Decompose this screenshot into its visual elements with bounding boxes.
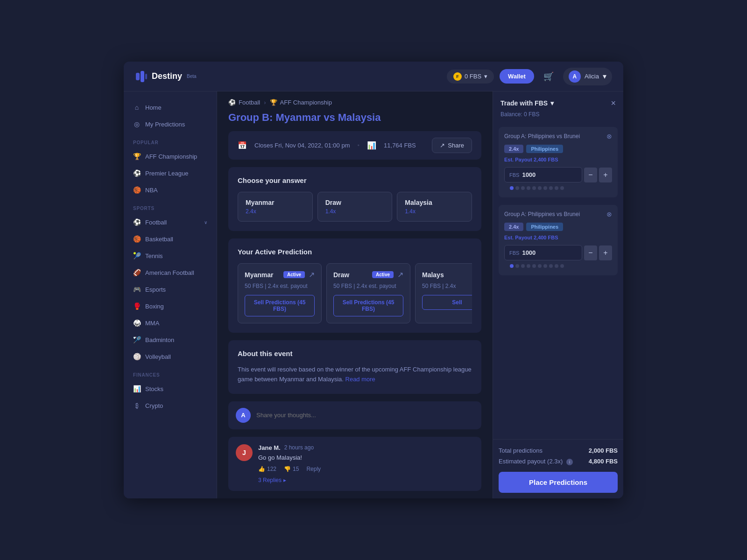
sidebar-item-badminton[interactable]: 🏸 Badminton (124, 331, 217, 348)
header: DestinyBeta F 0 FBS ▾ Wallet 🛒 A Alicia … (124, 62, 623, 91)
about-block: About this event This event will resolve… (228, 340, 481, 394)
answer-option-myanmar[interactable]: Myanmar 2.4x (238, 192, 313, 222)
fbs-balance-badge[interactable]: F 0 FBS ▾ (447, 70, 494, 84)
panel-pred-item-2-minus[interactable]: − (584, 245, 597, 260)
sidebar-item-stocks[interactable]: 📊 Stocks (124, 380, 217, 397)
basketball-icon: 🏀 (133, 235, 141, 243)
sidebar-item-volleyball[interactable]: 🏐 Volleyball (124, 348, 217, 365)
sidebar-aff-label: AFF Championship (145, 153, 197, 160)
share-pred-icon-myanmar[interactable]: ↗ (309, 270, 315, 279)
balance-value: 0 FBS (524, 111, 539, 118)
pred-draw-info: 50 FBS | 2.4x est. payout (333, 283, 403, 289)
answer-option-malaysia[interactable]: Malaysia 1.4x (397, 192, 472, 222)
american-football-icon: 🏈 (133, 269, 141, 276)
app-name: Destiny (152, 71, 182, 81)
malaysia-name: Malaysia (405, 199, 464, 206)
place-predictions-button[interactable]: Place Predictions (499, 472, 618, 493)
panel-chevron-icon: ▾ (550, 99, 554, 107)
sidebar-item-football[interactable]: ⚽ Football ∨ (124, 214, 217, 231)
right-panel: Trade with FBS ▾ × Balance: 0 FBS Group … (493, 91, 623, 498)
choose-answer-title: Choose your answer (238, 176, 472, 184)
logo-icon (135, 70, 148, 83)
sidebar-nba-label: NBA (145, 187, 158, 194)
sidebar-football-label: Football (145, 219, 167, 226)
esports-icon: 🎮 (133, 286, 141, 293)
sidebar-item-nba[interactable]: 🏀 NBA (124, 182, 217, 198)
finances-section-label: FINANCES (124, 365, 217, 380)
estimated-payout-label: Estimated payout (2.3x) i (499, 458, 573, 465)
comment-input[interactable] (256, 412, 474, 419)
sidebar-item-aff[interactable]: 🏆 AFF Championship (124, 148, 217, 165)
breadcrumb-sport[interactable]: ⚽ Football (228, 99, 260, 106)
share-button[interactable]: ↗ Share (432, 138, 472, 153)
myanmar-multiplier: 2.4x (246, 208, 305, 215)
panel-pred-item-1-plus[interactable]: + (599, 168, 612, 182)
share-icon: ↗ (440, 142, 445, 149)
sidebar-item-home-label: Home (145, 104, 162, 111)
panel-pred-item-2-currency: FBS (509, 250, 519, 256)
panel-close-button[interactable]: × (611, 99, 616, 107)
answer-option-draw[interactable]: Draw 1.4x (317, 192, 393, 222)
comment-block: J Jane M. 2 hours ago Go go Malaysia! 👍 … (228, 437, 481, 491)
cart-icon-button[interactable]: 🛒 (540, 68, 557, 85)
active-prediction-block: Your Active Prediction Myanmar true Acti… (228, 238, 481, 333)
comment-user-avatar: A (236, 408, 251, 423)
dislike-button[interactable]: 👎 15 (284, 466, 299, 472)
sidebar-item-home[interactable]: ⌂ Home (124, 99, 217, 116)
sidebar-item-crypto[interactable]: ₿ Crypto (124, 397, 217, 414)
sell-myanmar-button[interactable]: Sell Predictions (45 FBS) (245, 295, 315, 316)
panel-pred-item-1-remove[interactable]: ⊗ (606, 133, 612, 140)
panel-pred-item-2-amount: 1000 (522, 249, 536, 256)
estimated-payout-row: Estimated payout (2.3x) i 4,800 FBS (499, 456, 618, 467)
sports-section-label: SPORTS (124, 198, 217, 214)
like-button[interactable]: 👍 122 (258, 466, 276, 472)
sidebar-item-mma[interactable]: 🥋 MMA (124, 315, 217, 331)
sidebar-volleyball-label: Volleyball (145, 353, 171, 360)
share-pred-icon-draw[interactable]: ↗ (397, 270, 403, 279)
sidebar-item-esports[interactable]: 🎮 Esports (124, 281, 217, 298)
sidebar-item-tennis[interactable]: 🎾 Tennis (124, 247, 217, 264)
user-menu[interactable]: A Alicia ▾ (563, 68, 612, 85)
mma-icon: 🥋 (133, 319, 141, 327)
panel-pred-item-1-tags: 2.4x Philippines (504, 145, 612, 153)
sidebar-item-my-predictions[interactable]: ◎ My Predictions (124, 116, 217, 133)
breadcrumb-event[interactable]: 🏆 AFF Championship (270, 99, 332, 106)
logo: DestinyBeta (135, 70, 197, 83)
fbs-balance-value: 0 FBS (465, 73, 481, 80)
wallet-button[interactable]: Wallet (500, 69, 534, 84)
fbs-coin-icon: F (453, 72, 462, 81)
sidebar-item-basketball[interactable]: 🏀 Basketball (124, 231, 217, 247)
reply-label: Reply (306, 466, 321, 472)
panel-pred-item-2-plus[interactable]: + (599, 245, 612, 260)
sidebar-item-boxing[interactable]: 🥊 Boxing (124, 298, 217, 315)
sell-draw-button[interactable]: Sell Predictions (45 FBS) (333, 295, 403, 316)
panel-pred-item-2-remove[interactable]: ⊗ (606, 210, 612, 218)
panel-pred-item-2-multiplier: 2.4x (504, 223, 523, 231)
sidebar-item-premier[interactable]: ⚽ Premier League (124, 165, 217, 182)
sidebar-mma-label: MMA (145, 320, 159, 327)
comment-row: J Jane M. 2 hours ago Go go Malaysia! 👍 … (236, 444, 474, 483)
breadcrumb-separator: › (264, 99, 266, 106)
payout-info-icon[interactable]: i (566, 459, 573, 465)
read-more-link[interactable]: Read more (345, 376, 375, 383)
sidebar-esports-label: Esports (145, 286, 166, 293)
pred-myanmar-name: Myanmar (245, 271, 273, 279)
replies-button[interactable]: 3 Replies ▸ (258, 477, 474, 483)
sidebar-premier-label: Premier League (145, 170, 189, 177)
panel-pred-item-1-dots (504, 182, 612, 192)
event-stats-value: 11,764 FBS (384, 142, 416, 149)
reply-button[interactable]: Reply (306, 466, 321, 472)
sell-malays-button[interactable]: Sell (422, 295, 472, 310)
panel-pred-item-1-input-row: FBS 1000 − + (504, 167, 612, 182)
volleyball-icon: 🏐 (133, 353, 141, 360)
active-predictions-list: Myanmar true Active ↗ 50 FBS | 2.4x est.… (238, 263, 472, 323)
sidebar-item-american-football[interactable]: 🏈 American Football (124, 264, 217, 281)
panel-pred-item-1-amount: 1000 (522, 171, 536, 178)
panel-pred-item-1-minus[interactable]: − (584, 168, 597, 182)
panel-pred-item-2-title: Group A: Philippines vs Brunei (504, 211, 580, 217)
sidebar-badminton-label: Badminton (145, 336, 174, 343)
panel-pred-item-2-tags: 2.4x Philippines (504, 223, 612, 231)
sidebar-tennis-label: Tennis (145, 252, 163, 259)
panel-pred-item-2-input-row: FBS 1000 − + (504, 245, 612, 260)
svg-rect-2 (145, 74, 147, 79)
